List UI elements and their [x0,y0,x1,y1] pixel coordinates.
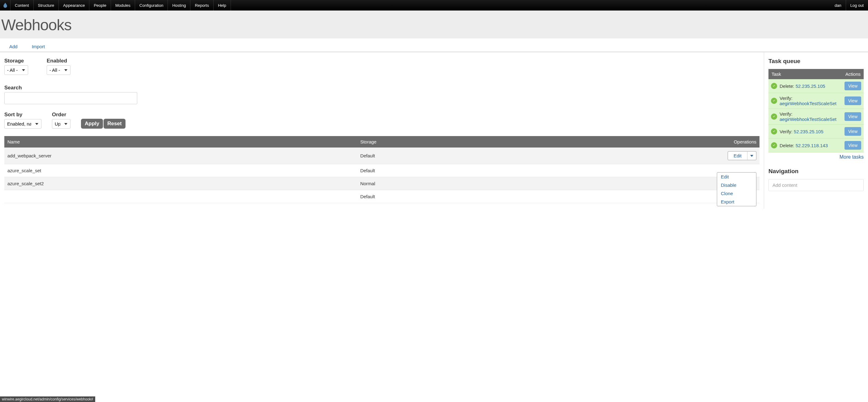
task-link[interactable]: aegirWebhookTestScaleSet [780,101,836,106]
navigation-title: Navigation [769,168,864,175]
sortby-select[interactable]: Enabled, nam [4,119,41,129]
nav-modules[interactable]: Modules [111,0,135,10]
task-row: Delete: 52.229.118.143View [769,138,864,152]
user-link[interactable]: dan [830,0,846,10]
tab-import[interactable]: Import [28,41,50,52]
navigation-list: Add content [769,179,864,191]
check-icon [771,98,777,104]
task-link[interactable]: 52.235.25.105 [794,129,824,134]
sidebar: Task queue Task Actions Delete: 52.235.2… [764,52,868,209]
sortby-label: Sort by [4,112,41,118]
task-label: Verify: aegirWebhookTestScaleSet [780,96,840,106]
th-task: Task [769,69,842,79]
task-label: Delete: 52.235.25.105 [780,84,825,89]
table-row: azure_scale_set2 Normal [4,177,760,190]
toolbar-menu: Content Structure Appearance People Modu… [10,0,830,10]
table-row: add_webpack_server Default Edit [4,148,760,164]
home-logo-icon[interactable] [0,0,10,10]
more-tasks-link[interactable]: More tasks [769,154,864,160]
view-button[interactable]: View [844,96,861,105]
task-queue-title: Task queue [769,58,864,65]
nav-reports[interactable]: Reports [190,0,214,10]
content-region: Storage - All - Enabled - All - Search S… [0,52,764,209]
task-label: Delete: 52.229.118.143 [780,143,828,148]
dropdown-disable[interactable]: Disable [717,181,756,189]
enabled-label: Enabled [47,58,70,64]
task-row: Verify: aegirWebhookTestScaleSetView [769,93,864,109]
table-row: azure_scale_set Default Edit Disable Clo… [4,164,760,177]
th-operations: Operations [515,136,760,148]
task-link[interactable]: 52.229.118.143 [796,143,828,148]
task-label: Verify: 52.235.25.105 [780,129,824,134]
chevron-down-icon[interactable] [747,152,756,160]
tab-add[interactable]: Add [5,41,22,52]
nav-content[interactable]: Content [10,0,34,10]
edit-link[interactable]: Edit [728,152,747,160]
search-label: Search [4,85,760,91]
check-icon [771,142,777,148]
task-link[interactable]: 52.235.25.105 [796,84,825,89]
th-name: Name [4,136,357,148]
storage-label: Storage [4,58,28,64]
dropdown-clone[interactable]: Clone [717,189,756,197]
table-row: Default [4,190,760,203]
apply-button[interactable]: Apply [81,119,103,129]
nav-configuration[interactable]: Configuration [135,0,168,10]
page-title: Webhooks [1,16,867,34]
admin-toolbar: Content Structure Appearance People Modu… [0,0,868,10]
dropdown-export[interactable]: Export [717,197,756,206]
view-button[interactable]: View [844,82,861,90]
nav-people[interactable]: People [89,0,111,10]
local-tasks: Add Import [0,38,868,52]
search-input[interactable] [4,92,137,104]
th-actions: Actions [842,69,864,79]
nav-hosting[interactable]: Hosting [168,0,190,10]
page-header: Webhooks [0,10,868,38]
cell-storage: Default [357,190,515,203]
check-icon [771,83,777,89]
th-storage: Storage [357,136,515,148]
task-row: Verify: 52.235.25.105View [769,125,864,138]
cell-name [4,190,357,203]
cell-name: azure_scale_set2 [4,177,357,190]
cell-storage: Default [357,164,515,177]
task-queue-table: Task Actions Delete: 52.235.25.105ViewVe… [769,69,864,152]
nav-help[interactable]: Help [214,0,231,10]
toolbar-user: dan Log out [830,0,868,10]
order-label: Order [52,112,70,118]
cell-storage: Default [357,148,515,164]
webhooks-table: Name Storage Operations add_webpack_serv… [4,136,760,203]
enabled-select[interactable]: - All - [47,65,70,75]
logout-link[interactable]: Log out [846,0,868,10]
view-button[interactable]: View [844,112,861,121]
add-content-link[interactable]: Add content [769,179,863,191]
task-link[interactable]: aegirWebhookTestScaleSet [780,117,836,122]
dropdown-edit[interactable]: Edit [721,174,729,179]
check-icon [771,128,777,134]
reset-button[interactable]: Reset [103,119,125,129]
task-label: Verify: aegirWebhookTestScaleSet [780,111,840,122]
task-row: Delete: 52.235.25.105View [769,79,864,93]
operations-dropdown: Edit Disable Clone Export [717,172,756,206]
view-button[interactable]: View [844,127,861,136]
storage-select[interactable]: - All - [4,65,28,75]
cell-name: azure_scale_set [4,164,357,177]
operations-button[interactable]: Edit [728,151,756,160]
view-button[interactable]: View [844,141,861,150]
nav-appearance[interactable]: Appearance [59,0,89,10]
order-select[interactable]: Up [52,119,70,129]
task-row: Verify: aegirWebhookTestScaleSetView [769,109,864,125]
check-icon [771,114,777,120]
nav-structure[interactable]: Structure [34,0,59,10]
cell-storage: Normal [357,177,515,190]
cell-name: add_webpack_server [4,148,357,164]
